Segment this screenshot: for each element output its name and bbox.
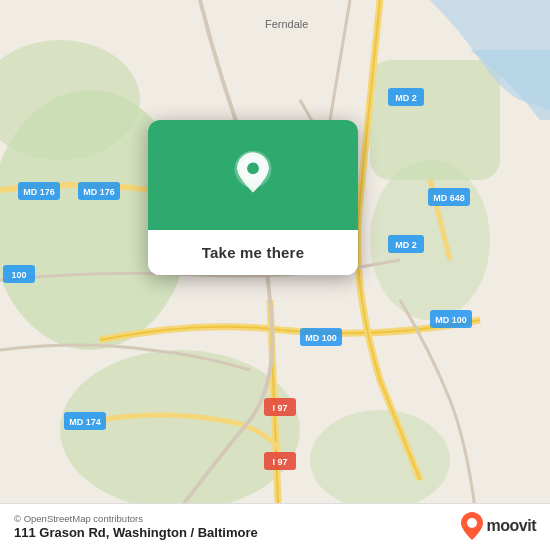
svg-text:MD 176: MD 176 xyxy=(23,187,55,197)
svg-point-34 xyxy=(247,162,259,174)
copyright-text: © OpenStreetMap contributors xyxy=(14,513,258,524)
map-background: Ferndale MD 2 MD 2 MD 100 MD 100 MD 648 … xyxy=(0,0,550,550)
svg-point-6 xyxy=(310,410,450,510)
bottom-bar: © OpenStreetMap contributors 111 Grason … xyxy=(0,503,550,550)
svg-text:MD 176: MD 176 xyxy=(83,187,115,197)
svg-text:100: 100 xyxy=(11,270,26,280)
svg-text:MD 100: MD 100 xyxy=(435,315,467,325)
popup-header xyxy=(148,120,358,230)
location-pin-icon xyxy=(227,149,279,201)
address-text: 111 Grason Rd, Washington / Baltimore xyxy=(14,525,258,540)
popup-card: Take me there xyxy=(148,120,358,275)
svg-text:MD 2: MD 2 xyxy=(395,240,417,250)
svg-text:I 97: I 97 xyxy=(272,403,287,413)
svg-text:Ferndale: Ferndale xyxy=(265,18,308,30)
svg-text:I 97: I 97 xyxy=(272,457,287,467)
bottom-left-info: © OpenStreetMap contributors 111 Grason … xyxy=(14,513,258,540)
map-container: Ferndale MD 2 MD 2 MD 100 MD 100 MD 648 … xyxy=(0,0,550,550)
moovit-brand-text: moovit xyxy=(487,517,536,535)
take-me-there-button[interactable]: Take me there xyxy=(148,230,358,275)
svg-text:MD 648: MD 648 xyxy=(433,193,465,203)
moovit-pin-icon xyxy=(461,512,483,540)
svg-point-35 xyxy=(467,518,477,528)
svg-text:MD 2: MD 2 xyxy=(395,93,417,103)
svg-text:MD 174: MD 174 xyxy=(69,417,101,427)
svg-text:MD 100: MD 100 xyxy=(305,333,337,343)
moovit-logo: moovit xyxy=(461,512,536,540)
